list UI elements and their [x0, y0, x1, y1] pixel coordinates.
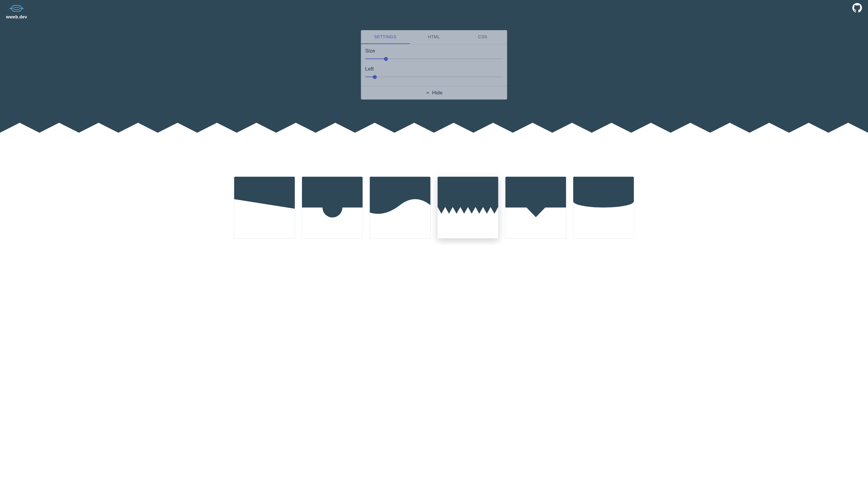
wweb-logo-icon	[8, 3, 25, 14]
card-preview	[234, 177, 295, 209]
separator-option-wave[interactable]	[370, 176, 431, 238]
separator-option-zigzag[interactable]	[437, 176, 498, 238]
panel-body: Size Left	[361, 44, 507, 86]
separator-option-curve[interactable]	[573, 176, 634, 238]
separator-option-semicircle[interactable]	[302, 176, 363, 238]
site-logo-text: wweb.dev	[6, 15, 27, 19]
panel-tabs: SETTINGS HTML CSS	[361, 30, 507, 44]
hide-label: Hide	[432, 90, 443, 96]
slider-thumb[interactable]	[373, 75, 377, 79]
separator-option-triangle[interactable]	[505, 176, 566, 238]
chevron-up-icon	[426, 90, 430, 95]
left-slider[interactable]	[365, 74, 503, 80]
slider-track	[365, 77, 503, 77]
tab-css[interactable]: CSS	[458, 30, 507, 44]
card-preview	[370, 177, 430, 238]
slider-fill	[365, 58, 386, 59]
size-control: Size	[365, 48, 503, 62]
card-preview-circle	[322, 198, 342, 218]
separator-options	[0, 133, 868, 245]
hide-button[interactable]: Hide	[361, 86, 507, 99]
card-preview	[438, 177, 498, 213]
settings-panel: SETTINGS HTML CSS Size Left	[361, 30, 507, 99]
tab-settings[interactable]: SETTINGS	[361, 30, 410, 44]
size-label: Size	[365, 48, 503, 54]
site-logo[interactable]: wweb.dev	[6, 3, 27, 19]
card-preview	[573, 177, 634, 207]
size-slider[interactable]	[365, 56, 503, 62]
left-control: Left	[365, 66, 503, 80]
card-preview-triangle	[526, 207, 546, 217]
card-preview	[505, 177, 566, 207]
slider-thumb[interactable]	[384, 57, 388, 61]
github-icon	[852, 3, 862, 13]
github-link[interactable]	[852, 3, 862, 14]
separator-option-diagonal[interactable]	[234, 176, 295, 238]
zigzag-separator-preview	[0, 123, 868, 133]
tab-html[interactable]: HTML	[410, 30, 458, 44]
site-header: wweb.dev	[0, 0, 868, 22]
left-label: Left	[365, 66, 503, 72]
